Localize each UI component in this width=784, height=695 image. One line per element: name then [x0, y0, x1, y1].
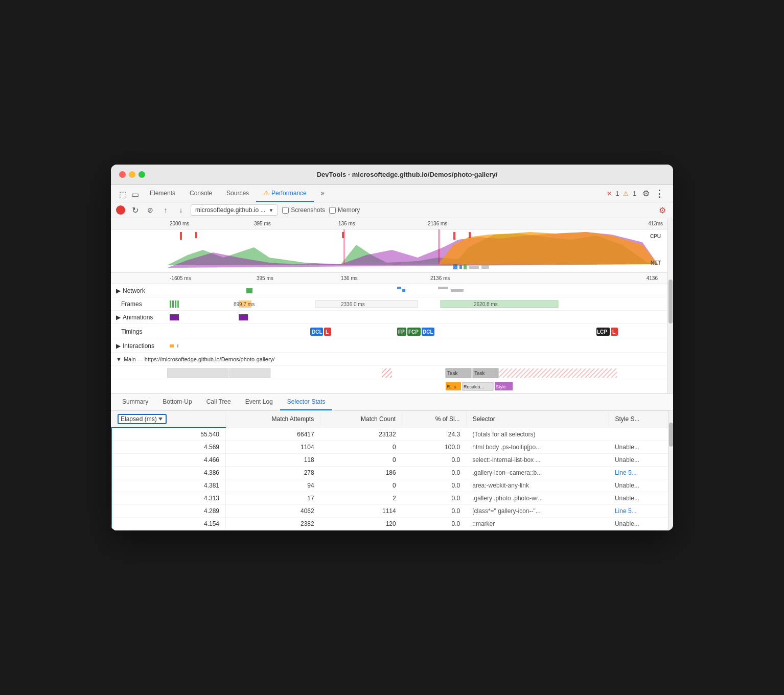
tab-event-log[interactable]: Event Log	[238, 394, 280, 410]
selector-stats-table: Elapsed (ms) Match Attempts Match Count …	[111, 411, 673, 530]
screenshots-group[interactable]: Screenshots	[282, 206, 325, 214]
maximize-button[interactable]	[139, 171, 145, 178]
minimize-button[interactable]	[129, 171, 135, 178]
cell-match-count-2: 0	[320, 454, 402, 467]
table-row: 4.56911040100.0html body .ps-tooltip[po.…	[111, 441, 673, 454]
url-bar[interactable]: microsoftedge.github.io ... ▼	[191, 204, 278, 216]
interactions-label[interactable]: ▶ Interactions	[111, 342, 167, 350]
cell-style-6[interactable]: Line 5...	[609, 505, 673, 518]
timings-content: DCL L FP FCP DCL	[167, 324, 667, 339]
svg-text:LCP: LCP	[597, 329, 607, 335]
upload-button[interactable]: ↑	[160, 204, 171, 216]
tab-overflow[interactable]: »	[314, 186, 332, 202]
table-row: 4.15423821200.0::markerUnable...	[111, 518, 673, 530]
cell-match-count-7: 120	[320, 518, 402, 530]
table-row: 4.289406211140.0[class*=" gallery-icon--…	[111, 505, 673, 518]
cell-match-attempts-6: 4062	[226, 505, 320, 518]
screenshots-checkbox[interactable]	[282, 207, 289, 214]
cell-selector-2: select:-internal-list-box ...	[466, 454, 609, 467]
cell-elapsed-4: 4.381	[111, 479, 226, 492]
timeline-scrollbar[interactable]	[667, 218, 673, 393]
svg-text:FCP: FCP	[408, 329, 419, 335]
tab-call-tree[interactable]: Call Tree	[199, 394, 238, 410]
reload-button[interactable]: ↻	[129, 204, 141, 216]
svg-rect-7	[469, 232, 471, 238]
frames-label: Frames	[111, 300, 167, 308]
th-pct[interactable]: % of Sl...	[402, 411, 467, 428]
cell-match-attempts-2: 118	[226, 454, 320, 467]
th-match-attempts[interactable]: Match Attempts	[226, 411, 320, 428]
cell-style-3[interactable]: Line 5...	[609, 467, 673, 479]
tab-summary[interactable]: Summary	[115, 394, 155, 410]
table-row: 4.46611800.0select:-internal-list-box ..…	[111, 454, 673, 467]
ruler-mark-2: 136 ms	[338, 221, 355, 226]
traffic-lights	[119, 171, 145, 178]
flame-settings-button[interactable]: ⚙	[657, 204, 668, 216]
more-button[interactable]: ⋮	[654, 188, 665, 199]
svg-rect-56	[499, 368, 617, 378]
network-content	[167, 284, 667, 297]
th-match-count[interactable]: Match Count	[320, 411, 402, 428]
main-label[interactable]: ▼ Main — https://microsoftedge.github.io…	[111, 356, 276, 362]
svg-rect-9	[343, 229, 345, 264]
tab-bottom-up[interactable]: Bottom-Up	[155, 394, 199, 410]
download-button[interactable]: ↓	[175, 204, 187, 216]
cell-match-count-6: 1114	[320, 505, 402, 518]
ruler-mark-ms: ms	[656, 221, 663, 226]
tab-performance[interactable]: ⚠ Performance	[256, 185, 314, 202]
svg-rect-10	[453, 264, 457, 269]
inspect-icon[interactable]: ⬚	[117, 189, 128, 200]
cell-pct-7: 0.0	[402, 518, 467, 530]
cell-match-count-0: 23132	[320, 428, 402, 441]
device-icon[interactable]: ▭	[129, 189, 141, 200]
network-row: ▶ Network	[111, 284, 667, 297]
svg-rect-17	[402, 289, 405, 292]
bottom-mark-1: 395 ms	[257, 275, 273, 281]
chevron-icon: ▼	[268, 207, 273, 213]
network-label[interactable]: ▶ Network	[111, 287, 167, 294]
interactions-content	[167, 339, 667, 352]
th-elapsed[interactable]: Elapsed (ms)	[111, 411, 226, 428]
memory-group[interactable]: Memory	[329, 206, 360, 214]
settings-button[interactable]: ⚙	[640, 188, 652, 199]
memory-checkbox[interactable]	[329, 207, 336, 214]
table-scrollbar[interactable]	[668, 411, 673, 530]
close-button[interactable]	[119, 171, 126, 178]
title-bar: DevTools - microsoftedge.github.io/Demos…	[111, 165, 673, 185]
svg-rect-20	[170, 300, 171, 308]
main-tasks: Task Task	[167, 366, 667, 380]
svg-rect-3	[180, 232, 182, 240]
clear-button[interactable]: ⊘	[145, 204, 156, 216]
timeline-section: 2000 ms 395 ms 136 ms 2136 ms 413 ms	[111, 218, 673, 394]
cell-elapsed-3: 4.386	[111, 467, 226, 479]
svg-rect-14	[481, 265, 489, 269]
animations-row: ▶ Animations	[111, 311, 667, 324]
cell-match-count-4: 0	[320, 479, 402, 492]
frames-row: Frames 899.7 ms	[111, 297, 667, 311]
tab-elements[interactable]: Elements	[143, 186, 182, 202]
record-button[interactable]	[116, 205, 125, 215]
cell-selector-1: html body .ps-tooltip[po...	[466, 441, 609, 454]
cell-match-attempts-7: 2382	[226, 518, 320, 530]
tab-console[interactable]: Console	[182, 186, 219, 202]
cell-selector-7: ::marker	[466, 518, 609, 530]
th-selector[interactable]: Selector	[466, 411, 609, 428]
svg-rect-50	[229, 368, 270, 378]
table-row: 55.540664172313224.3(Totals for all sele…	[111, 428, 673, 441]
svg-rect-6	[453, 232, 455, 240]
table-scrollbar-thumb	[669, 423, 673, 447]
animations-label[interactable]: ▶ Animations	[111, 314, 167, 321]
svg-rect-4	[195, 232, 197, 238]
tab-selector-stats[interactable]: Selector Stats	[280, 394, 333, 410]
svg-text:DCL: DCL	[423, 329, 433, 335]
th-style-s[interactable]: Style S...	[609, 411, 673, 428]
svg-text:L: L	[326, 329, 329, 335]
svg-rect-15	[246, 288, 252, 293]
cell-pct-6: 0.0	[402, 505, 467, 518]
svg-text:2620.8 ms: 2620.8 ms	[474, 302, 498, 307]
svg-rect-21	[172, 300, 174, 308]
main-tasks-row: Task Task	[111, 366, 667, 380]
table-row: 4.3131720.0.gallery .photo .photo-wr...U…	[111, 492, 673, 505]
tab-sources[interactable]: Sources	[219, 186, 256, 202]
main-arrow: ▼	[116, 356, 122, 362]
